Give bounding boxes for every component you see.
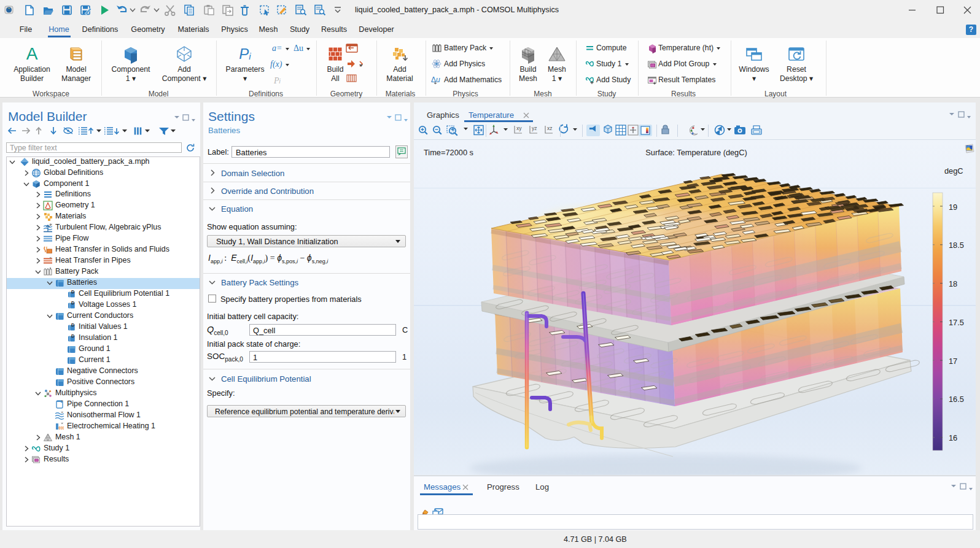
svg-text:yz: yz <box>532 125 537 131</box>
svg-text:D: D <box>71 289 75 295</box>
svg-text:D: D <box>71 322 75 328</box>
svg-text:xy: xy <box>516 125 522 131</box>
svg-text:D: D <box>71 333 75 339</box>
svg-text:xz: xz <box>547 125 553 131</box>
svg-text:D: D <box>71 300 75 306</box>
svg-text:Pi: Pi <box>239 45 251 62</box>
svg-text:A: A <box>26 44 38 63</box>
svg-text:Δu: Δu <box>431 75 440 84</box>
